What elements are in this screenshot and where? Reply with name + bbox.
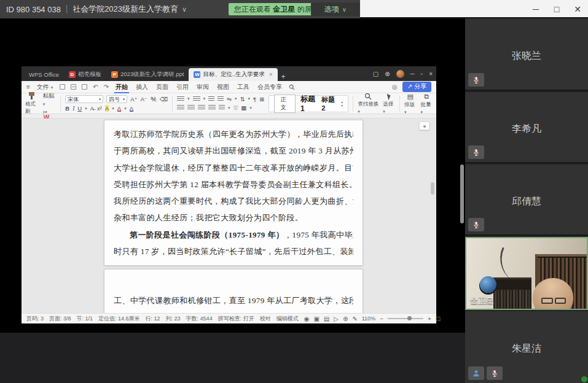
zoom-percent[interactable]: 110% bbox=[362, 315, 375, 322]
fullscreen-icon[interactable]: ⊡ bbox=[436, 315, 441, 322]
numbered-list-icon[interactable] bbox=[193, 96, 200, 102]
sort-icon[interactable]: ⇅ bbox=[240, 96, 245, 103]
format-painter-button[interactable]: 格式刷 bbox=[25, 92, 39, 115]
page-view-icon[interactable]: ▣ bbox=[313, 315, 319, 322]
border-icon[interactable]: ▦ bbox=[241, 104, 246, 111]
tab-doc-file-active[interactable]: W 目标、定位..生入学要求 × bbox=[189, 68, 277, 81]
globe-icon[interactable]: ⊕ bbox=[385, 71, 390, 77]
superscript-button[interactable]: x² bbox=[97, 105, 102, 112]
document-scrollbar-thumb[interactable] bbox=[431, 182, 434, 195]
document-page-2[interactable]: 工、中学代课教师和机修钳工，直至 1979 年从工厂考取大学，这段 bbox=[104, 269, 363, 313]
styles-scroll-arrows[interactable]: ▴▾ bbox=[341, 100, 343, 107]
table-icon[interactable]: ⊞ bbox=[259, 96, 264, 103]
participant-tile-video-active[interactable]: 金卫星 bbox=[465, 237, 588, 310]
menu-item-home[interactable]: 开始 bbox=[114, 81, 129, 93]
wps-restore-button[interactable]: ▫ bbox=[421, 71, 423, 77]
decrease-font-icon[interactable]: A⁻ bbox=[141, 96, 147, 103]
user-avatar[interactable] bbox=[396, 70, 404, 78]
status-edit-mode[interactable]: 编辑模式 bbox=[276, 315, 299, 323]
outline-view-icon[interactable]: ▤ bbox=[324, 315, 329, 322]
doc-floating-button[interactable] bbox=[419, 122, 429, 130]
close-button[interactable]: ✕ bbox=[567, 0, 588, 18]
wps-share-button[interactable]: ↗ 分享 bbox=[402, 82, 431, 92]
tab-close-icon[interactable]: × bbox=[269, 71, 273, 78]
line-spacing-icon[interactable] bbox=[219, 105, 225, 110]
web-view-icon[interactable]: ⊕ bbox=[343, 315, 348, 322]
bullet-list-icon[interactable] bbox=[177, 96, 184, 102]
save-icon[interactable] bbox=[60, 84, 65, 90]
highlight-color-button[interactable]: A bbox=[105, 105, 109, 112]
text-effects-icon[interactable]: ℀ bbox=[151, 96, 157, 103]
style-heading1[interactable]: 标题 1 bbox=[300, 94, 316, 113]
redo-icon[interactable]: ↷ bbox=[104, 83, 109, 90]
meeting-title-chevron-icon[interactable]: ∨ bbox=[182, 6, 187, 14]
zoom-in-button[interactable]: + bbox=[428, 315, 431, 322]
options-button[interactable]: 选项∨ bbox=[311, 2, 360, 16]
wps-minimize-button[interactable]: ─ bbox=[410, 71, 415, 77]
shading-icon[interactable]: ⛆ bbox=[233, 104, 238, 112]
undo-icon[interactable]: ↶ bbox=[93, 83, 98, 90]
underline-button[interactable]: U bbox=[77, 105, 82, 112]
char-scale-icon[interactable]: ⇋ bbox=[227, 96, 232, 103]
status-spellcheck[interactable]: 拼写检查: 打开 bbox=[218, 315, 254, 323]
play-view-icon[interactable]: ▷ bbox=[334, 315, 339, 322]
style-normal[interactable]: 正文 bbox=[274, 95, 296, 113]
document-page-1[interactable]: 考取江苏师范学院历史系（四年更名为苏州大学），毕业后先后执教 于两所高校，其间又… bbox=[104, 120, 363, 265]
status-proofread[interactable]: 校对 bbox=[260, 315, 271, 323]
settings-icon[interactable]: ◎ bbox=[392, 83, 398, 90]
menu-item-review[interactable]: 审阅 bbox=[195, 81, 210, 93]
eye-protect-icon[interactable]: ◉ bbox=[304, 315, 310, 322]
show-marks-icon[interactable]: ¶ bbox=[253, 96, 256, 103]
align-justify-icon[interactable] bbox=[208, 105, 216, 110]
strikethrough-button[interactable]: A̶ bbox=[90, 105, 94, 112]
find-replace-button[interactable]: 查找替换 ▾ bbox=[358, 93, 378, 114]
print-icon[interactable] bbox=[71, 84, 76, 90]
batch-button[interactable]: ⧉ 批量 ▾ bbox=[420, 93, 433, 115]
char-shading-button[interactable]: A bbox=[130, 105, 133, 112]
style-heading2[interactable]: 标题 2 bbox=[321, 95, 336, 112]
participant-tile[interactable]: 张晓兰 bbox=[465, 18, 588, 91]
menu-item-view[interactable]: 视图 bbox=[216, 81, 230, 93]
menu-item-page[interactable]: 页面 bbox=[155, 81, 170, 93]
new-tab-button[interactable]: + bbox=[281, 72, 286, 81]
font-size-select[interactable]: 四号▾ bbox=[106, 95, 127, 103]
participant-tile[interactable]: 朱星洁 bbox=[465, 311, 588, 383]
wps-close-button[interactable]: × bbox=[429, 71, 433, 77]
zoom-slider[interactable] bbox=[388, 318, 423, 319]
menu-item-reference[interactable]: 引用 bbox=[175, 81, 190, 93]
align-right-icon[interactable] bbox=[198, 105, 205, 110]
menu-item-tools[interactable]: 工具 bbox=[236, 81, 251, 93]
export-icon[interactable] bbox=[82, 84, 87, 90]
tab-wps-home[interactable]: W WPS Office bbox=[24, 68, 64, 81]
zoom-out-button[interactable]: − bbox=[380, 315, 383, 322]
file-menu[interactable]: 文件 ▾ bbox=[36, 81, 54, 93]
align-left-icon[interactable] bbox=[177, 105, 184, 110]
maximize-button[interactable]: □ bbox=[546, 0, 567, 18]
menu-item-member[interactable]: 会员专享 bbox=[256, 81, 283, 93]
edit-pen-icon[interactable]: ✎ bbox=[352, 315, 357, 322]
minimize-button[interactable]: ─ bbox=[525, 0, 546, 18]
font-name-select[interactable]: 宋体▾ bbox=[65, 95, 103, 103]
tab-docer-templates[interactable]: D 稻壳模板 bbox=[64, 68, 106, 81]
horizontal-ruler[interactable] bbox=[22, 114, 436, 118]
stage-scrollbar-thumb[interactable] bbox=[460, 164, 464, 223]
participant-tile[interactable]: 李希凡 bbox=[465, 92, 588, 163]
align-center-icon[interactable] bbox=[187, 105, 195, 110]
increase-font-icon[interactable]: A⁺ bbox=[130, 96, 137, 103]
paste-button[interactable]: 粘贴 ▾ bbox=[43, 92, 56, 107]
reading-layout-icon[interactable]: ▢ bbox=[373, 71, 378, 77]
participant-tile[interactable]: 邱倩慧 bbox=[465, 164, 588, 236]
clear-format-icon[interactable]: ⌫ bbox=[160, 96, 168, 103]
menu-item-insert[interactable]: 插入 bbox=[135, 81, 149, 93]
tab-ppt-file[interactable]: P 2023级新生入学调研.ppt bbox=[106, 68, 189, 81]
italic-button[interactable]: I bbox=[73, 106, 74, 112]
typeset-button[interactable]: ▤ 排版 ▾ bbox=[404, 93, 417, 115]
font-color-button[interactable]: A bbox=[117, 105, 121, 112]
status-word-count[interactable]: 字数: 4544 bbox=[186, 315, 213, 323]
search-icon[interactable] bbox=[289, 84, 295, 90]
bold-button[interactable]: B bbox=[65, 105, 69, 112]
increase-indent-icon[interactable] bbox=[218, 96, 224, 102]
styles-down-icon[interactable]: ▾ bbox=[341, 104, 343, 107]
select-button[interactable]: 选择 ▾ bbox=[383, 93, 395, 114]
decrease-indent-icon[interactable] bbox=[208, 96, 214, 102]
